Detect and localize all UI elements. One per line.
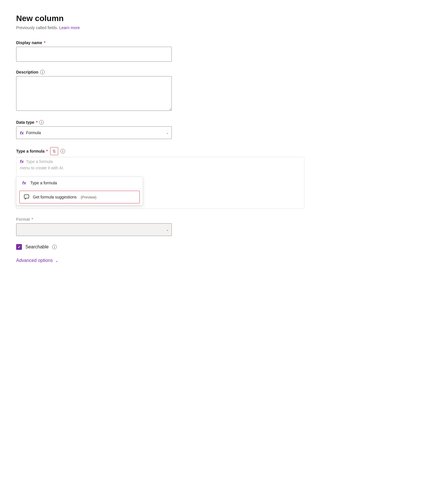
formula-suggestions-item[interactable]: Get formula suggestions (Preview) <box>19 191 140 203</box>
formula-label-row: Type a formula * ⇅ i <box>16 147 412 155</box>
formula-ai-text: menu to create it with AI. <box>16 164 304 172</box>
formula-required: * <box>46 149 48 153</box>
format-group: Format * ⌄ <box>16 217 412 236</box>
data-type-select[interactable]: fx Formula <box>16 126 172 139</box>
searchable-info-icon[interactable]: i <box>52 245 57 249</box>
data-type-info-icon[interactable]: i <box>39 120 44 125</box>
expand-arrows-icon: ⇅ <box>52 149 56 153</box>
description-info-icon[interactable]: i <box>40 70 45 74</box>
formula-expand-button[interactable]: ⇅ <box>50 147 58 155</box>
svg-rect-0 <box>24 195 29 198</box>
subtitle: Previously called fields. Learn more <box>16 25 412 30</box>
formula-label: Type a formula * <box>16 149 48 153</box>
formula-dropdown: fx Type a formula Get formula suggestion… <box>16 177 143 205</box>
display-name-group: Display name * <box>16 40 412 62</box>
fx-icon: fx <box>20 130 24 135</box>
formula-suggestions-badge: (Preview) <box>81 195 97 199</box>
formula-type-label: Type a formula <box>30 181 57 185</box>
formula-placeholder-text: Type a formula <box>26 159 53 164</box>
formula-type-item[interactable]: fx Type a formula <box>16 177 143 189</box>
formula-fx-icon: fx <box>20 159 24 164</box>
chat-icon <box>24 194 30 200</box>
data-type-select-wrapper: fx Formula ⌄ <box>16 126 172 139</box>
format-label: Format * <box>16 217 412 222</box>
subtitle-text: Previously called fields. <box>16 25 58 30</box>
format-select-wrapper: ⌄ <box>16 223 172 236</box>
advanced-options-label: Advanced options <box>16 258 53 263</box>
display-name-required: * <box>44 40 45 45</box>
formula-suggestions-label: Get formula suggestions <box>33 195 77 199</box>
advanced-options-chevron-icon: ⌄ <box>55 258 59 263</box>
data-type-required: * <box>36 120 37 125</box>
formula-type-fx-icon: fx <box>21 180 27 185</box>
format-select <box>16 223 172 236</box>
format-required: * <box>31 217 33 222</box>
advanced-options-row[interactable]: Advanced options ⌄ <box>16 258 412 263</box>
data-type-label: Data type * i <box>16 120 412 125</box>
data-type-group: Data type * i fx Formula ⌄ <box>16 120 412 139</box>
description-input[interactable] <box>16 76 172 111</box>
searchable-checkbox[interactable]: ✓ <box>16 244 22 250</box>
formula-info-icon[interactable]: i <box>61 149 65 153</box>
formula-editor-wrapper: fx Type a formula menu to create it with… <box>16 157 304 209</box>
formula-placeholder-row: fx Type a formula <box>16 157 304 164</box>
display-name-label: Display name * <box>16 40 412 45</box>
page-title: New column <box>16 14 412 23</box>
searchable-row: ✓ Searchable i <box>16 244 412 250</box>
display-name-input[interactable] <box>16 47 172 62</box>
checkmark-icon: ✓ <box>18 245 21 249</box>
formula-section: Type a formula * ⇅ i fx Type a formula m… <box>16 147 412 209</box>
learn-more-link[interactable]: Learn more <box>59 25 80 30</box>
description-group: Description i <box>16 70 412 112</box>
searchable-label: Searchable <box>25 244 49 250</box>
data-type-value: Formula <box>26 130 41 135</box>
description-label: Description i <box>16 70 412 74</box>
